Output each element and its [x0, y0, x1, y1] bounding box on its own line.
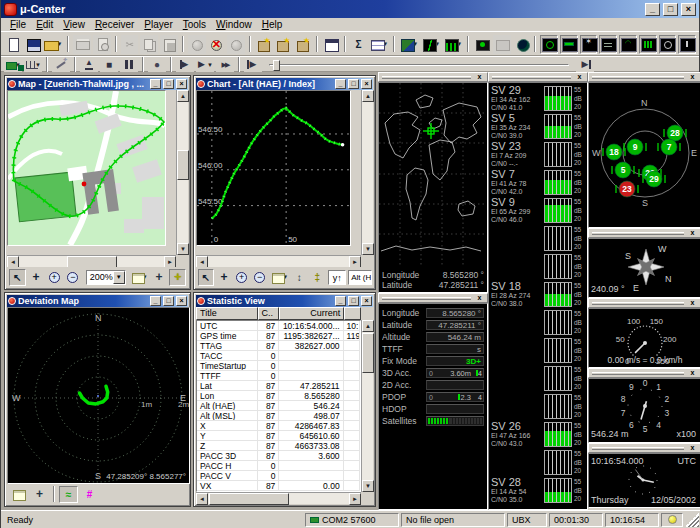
toggle-clock-button[interactable] — [659, 35, 677, 54]
scroll-thumb[interactable] — [177, 150, 189, 180]
zoom-out-button[interactable] — [252, 269, 268, 286]
scroll-up-button[interactable]: ▲ — [177, 90, 189, 102]
save-file-button[interactable] — [24, 35, 42, 54]
world-view-button[interactable] — [513, 35, 531, 54]
table-row[interactable]: TTAG87382627.000 — [197, 341, 360, 351]
center-view-button[interactable] — [30, 486, 49, 503]
table-row[interactable]: Lat8747.285211 — [197, 381, 360, 391]
deviation-canvas[interactable]: NESW1m2m47.285209° 8.565277° — [7, 307, 190, 484]
msg-console-button[interactable] — [255, 35, 273, 54]
close-panel-button[interactable]: x — [475, 73, 484, 81]
follow-position-button[interactable] — [169, 269, 186, 286]
compass-panel-gripper[interactable]: x — [588, 228, 700, 238]
scroll-up-button[interactable]: ▲ — [362, 320, 374, 332]
maximize-button[interactable]: □ — [163, 296, 174, 306]
scroll-down-button[interactable]: ▼ — [177, 243, 189, 255]
msg-view-button[interactable] — [275, 35, 293, 54]
close-panel-button[interactable]: x — [575, 73, 584, 81]
column-header-Current[interactable]: Current — [279, 307, 344, 320]
record-button[interactable] — [148, 58, 166, 72]
histogram-view-button[interactable]: ▼ — [443, 35, 463, 54]
chart-title-bar[interactable]: Chart - [Alt (HAE) / Index] _ □ × — [196, 78, 373, 90]
pause-button[interactable] — [120, 58, 138, 72]
clock-panel-gripper[interactable]: x — [588, 443, 700, 453]
protocol-button[interactable]: ▼ — [24, 58, 42, 72]
autoconfig-button[interactable] — [52, 58, 70, 72]
chart-view-button[interactable]: ▼ — [421, 35, 441, 54]
zoom-in-button[interactable] — [46, 269, 63, 286]
sky-panel-gripper[interactable]: x — [588, 72, 700, 82]
world-panel-gripper[interactable]: x — [378, 72, 488, 82]
zoom-in-button[interactable] — [234, 269, 250, 286]
toggle-world-map-button[interactable] — [560, 35, 578, 54]
minimize-button[interactable]: _ — [335, 79, 346, 89]
close-panel-button[interactable]: x — [688, 369, 697, 377]
statistic-table-header[interactable]: TitleC..Current — [196, 307, 361, 320]
menu-receiver[interactable]: Receiver — [90, 19, 139, 30]
menu-help[interactable]: Help — [257, 19, 288, 30]
minimize-button[interactable]: _ — [150, 296, 161, 306]
deviation-properties-button[interactable] — [9, 486, 28, 503]
chart-canvas[interactable]: 050546.50546.00545.50 — [196, 90, 351, 246]
chart-horizontal-scrollbar[interactable]: ◄ ► — [196, 255, 361, 267]
zoom-out-button[interactable] — [65, 269, 82, 286]
altimeter-panel-gripper[interactable]: x — [588, 368, 700, 378]
slider-thumb[interactable] — [273, 60, 280, 71]
y-autofit-button[interactable] — [309, 269, 325, 286]
statistic-horizontal-scrollbar[interactable]: ◄ ► — [196, 492, 361, 504]
close-button[interactable]: × — [176, 79, 187, 89]
eject-button[interactable] — [80, 58, 98, 72]
scroll-down-button[interactable]: ▼ — [362, 480, 374, 492]
minimize-button[interactable]: _ — [335, 296, 346, 306]
scroll-left-button[interactable]: ◄ — [196, 493, 208, 505]
close-button[interactable]: × — [361, 79, 372, 89]
close-panel-button[interactable]: x — [688, 299, 697, 307]
disconnect-button[interactable] — [208, 35, 226, 54]
scroll-thumb[interactable] — [209, 493, 289, 505]
table-row[interactable]: PACC V0 — [197, 471, 360, 481]
scroll-down-button[interactable]: ▼ — [362, 243, 374, 255]
status-com-port[interactable]: COM2 57600 — [305, 513, 399, 527]
y-range-button[interactable] — [291, 269, 307, 286]
show-trace-button[interactable] — [59, 486, 78, 503]
close-panel-button[interactable]: x — [688, 444, 697, 452]
close-panel-button[interactable]: x — [688, 229, 697, 237]
menu-edit[interactable]: Edit — [31, 19, 58, 30]
minimize-button[interactable]: _ — [645, 3, 660, 16]
table-row[interactable]: X874286467.83 — [197, 421, 360, 431]
table-row[interactable]: TACC0 — [197, 351, 360, 361]
y-source-field[interactable]: Alt (H — [348, 270, 372, 285]
map-horizontal-scrollbar[interactable]: ◄ ► — [7, 255, 176, 267]
com-port-button[interactable]: ▼ — [4, 58, 22, 72]
scroll-up-button[interactable]: ▲ — [362, 90, 374, 102]
map-title-bar[interactable]: Map - [Zuerich-Thalwil.jpg , ... _ □ × — [7, 78, 188, 90]
pan-tool-button[interactable] — [216, 269, 232, 286]
minimize-button[interactable]: _ — [150, 79, 161, 89]
y-axis-button[interactable]: y↑ — [328, 270, 346, 285]
statistic-title-bar[interactable]: Statistic View _ □ × — [196, 295, 373, 307]
jump-start-button[interactable] — [244, 58, 262, 72]
table-row[interactable]: Alt (HAE)87546.24 — [197, 401, 360, 411]
combo-dropdown-button[interactable]: ▼ — [113, 271, 125, 284]
statistic-view-button[interactable] — [350, 35, 368, 54]
column-header-extra[interactable] — [344, 307, 361, 320]
show-points-button[interactable] — [80, 486, 99, 503]
stop-button[interactable] — [100, 58, 118, 72]
maximize-button[interactable]: □ — [163, 79, 174, 89]
toggle-altimeter-button[interactable] — [678, 35, 696, 54]
resize-grip[interactable] — [685, 513, 699, 527]
menu-tools[interactable]: Tools — [178, 19, 211, 30]
table-view-button[interactable]: ▼ — [369, 35, 389, 54]
chart-vertical-scrollbar[interactable]: ▲ ▼ — [361, 90, 373, 255]
text-console-button[interactable] — [322, 35, 340, 54]
cursor-tool-button[interactable] — [9, 269, 26, 286]
table-row[interactable]: TTFF0 — [197, 371, 360, 381]
open-file-button[interactable]: ▼ — [43, 35, 63, 54]
camera-view-button[interactable] — [473, 35, 491, 54]
step-button[interactable] — [176, 58, 194, 72]
table-row[interactable]: Alt (MSL)87498.07 — [197, 411, 360, 421]
maximize-button[interactable]: □ — [348, 296, 359, 306]
close-panel-button[interactable]: x — [475, 294, 484, 302]
table-row[interactable]: PACC H0 — [197, 461, 360, 471]
column-header-Title[interactable]: Title — [196, 307, 258, 320]
